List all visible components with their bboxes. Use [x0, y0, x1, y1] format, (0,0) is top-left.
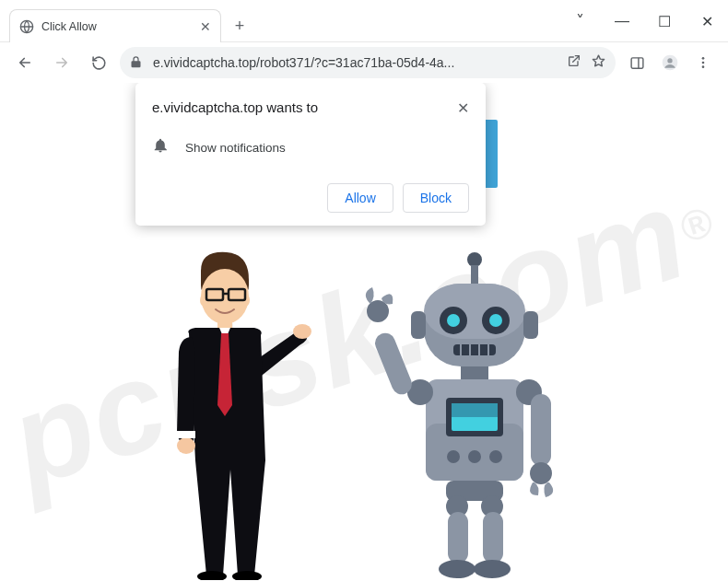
svg-point-3	[667, 58, 672, 63]
star-icon[interactable]	[591, 53, 606, 73]
toolbar: e.vividcaptcha.top/robot371/?c=31ac71ba-…	[0, 42, 728, 83]
window-close-button[interactable]: ✕	[686, 0, 728, 42]
menu-icon[interactable]	[687, 47, 719, 78]
maximize-button[interactable]: ☐	[643, 0, 686, 42]
svg-point-18	[232, 571, 262, 580]
svg-point-55	[474, 560, 511, 578]
url-text: e.vividcaptcha.top/robot371/?c=31ac71ba-…	[153, 55, 558, 70]
svg-point-40	[447, 450, 460, 463]
svg-rect-24	[523, 311, 538, 339]
globe-icon	[19, 19, 34, 34]
back-button[interactable]	[9, 47, 41, 78]
profile-icon[interactable]	[654, 47, 686, 78]
side-panel-icon[interactable]	[621, 47, 652, 78]
notification-permission-popup: e.vividcaptcha.top wants to ✕ Show notif…	[135, 83, 486, 226]
titlebar: Click Allow ✕ + ˅ — ☐ ✕	[0, 0, 728, 42]
svg-point-41	[468, 450, 481, 463]
svg-point-19	[467, 252, 482, 267]
svg-rect-20	[471, 265, 478, 285]
notification-message: Show notifications	[185, 141, 286, 155]
svg-rect-54	[483, 512, 503, 564]
svg-rect-51	[448, 512, 468, 564]
page-content: pcrisk.com® e.vividcaptcha.top wants to …	[0, 83, 728, 581]
toolbar-right	[621, 47, 719, 78]
new-tab-button[interactable]: +	[227, 13, 252, 39]
man-illustration	[120, 249, 313, 580]
robot-illustration	[350, 239, 608, 581]
svg-point-5	[702, 62, 705, 64]
svg-point-15	[177, 437, 195, 454]
watermark-reg: ®	[674, 195, 721, 252]
bell-icon	[152, 137, 169, 157]
tab-close-icon[interactable]: ✕	[200, 19, 211, 34]
svg-point-28	[489, 314, 502, 327]
svg-rect-47	[531, 394, 551, 466]
svg-rect-34	[461, 366, 488, 379]
window-controls: ˅ — ☐ ✕	[558, 0, 728, 42]
svg-rect-23	[411, 311, 426, 339]
svg-point-4	[702, 57, 705, 60]
browser-tab[interactable]: Click Allow ✕	[9, 9, 221, 42]
svg-point-42	[489, 450, 502, 463]
tabstrip: Click Allow ✕ +	[0, 0, 252, 42]
svg-rect-16	[177, 431, 195, 438]
svg-rect-44	[372, 330, 416, 397]
tab-title: Click Allow	[41, 20, 193, 33]
share-icon[interactable]	[567, 53, 581, 72]
svg-point-6	[702, 65, 705, 68]
svg-point-26	[447, 314, 460, 327]
svg-rect-39	[452, 403, 498, 417]
notification-origin: e.vividcaptcha.top wants to	[152, 99, 457, 115]
block-button[interactable]: Block	[403, 183, 469, 213]
svg-point-52	[439, 560, 476, 578]
svg-rect-22	[424, 284, 525, 339]
reload-button[interactable]	[83, 47, 114, 78]
svg-point-7	[293, 324, 311, 339]
svg-rect-29	[453, 344, 496, 355]
svg-rect-1	[631, 57, 643, 67]
allow-button[interactable]: Allow	[327, 183, 393, 213]
address-bar[interactable]: e.vividcaptcha.top/robot371/?c=31ac71ba-…	[120, 47, 616, 78]
lock-icon	[129, 55, 144, 70]
chevron-down-icon[interactable]: ˅	[558, 0, 601, 42]
svg-point-48	[530, 462, 552, 484]
forward-button[interactable]	[46, 47, 77, 78]
notification-close-icon[interactable]: ✕	[457, 99, 469, 117]
minimize-button[interactable]: —	[601, 0, 643, 42]
